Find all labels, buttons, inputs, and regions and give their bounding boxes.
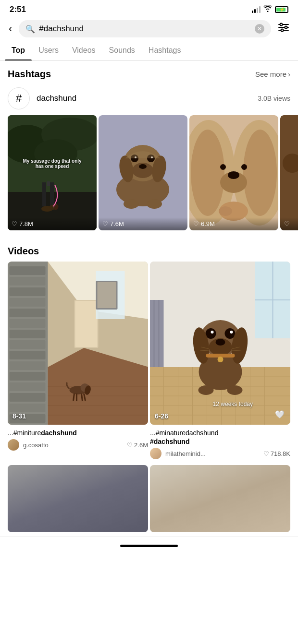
svg-point-116 (199, 385, 214, 395)
next-preview-row (0, 461, 298, 532)
tab-top[interactable]: Top (5, 40, 32, 60)
heart-icon: ♡ (127, 441, 133, 449)
hashtag-item[interactable]: # dachshund 3.0B views (0, 84, 298, 115)
svg-point-3 (285, 26, 287, 29)
video-likes-2: ♡ 718.8K (263, 450, 290, 457)
videos-grid: 8-31 ...#minituredachshund g.cosatto ♡ 2… (0, 262, 298, 461)
svg-point-5 (281, 29, 284, 32)
search-icon: 🔍 (25, 24, 35, 34)
signal-icon (252, 6, 261, 13)
status-bar: 2:51 ⚡ (0, 0, 298, 17)
next-thumb-2[interactable] (150, 465, 290, 532)
heart-icon: ♡ (284, 220, 290, 227)
svg-rect-58 (10, 382, 46, 391)
video-caption-overlay: 12 weeks today (187, 401, 253, 407)
back-button[interactable]: ‹ (7, 21, 14, 37)
wifi-icon (263, 5, 272, 14)
video-user-2: milatheminid... (165, 450, 260, 457)
svg-rect-56 (10, 361, 46, 370)
status-time: 2:51 (10, 5, 26, 14)
home-indicator (120, 545, 178, 547)
svg-rect-53 (10, 330, 46, 338)
status-icons: ⚡ (252, 5, 288, 14)
avatar-2 (150, 448, 161, 459)
thumbnail-4-partial[interactable]: ♡ (280, 115, 298, 230)
heart-icon: ♡ (12, 220, 17, 227)
videos-section-header: Videos (0, 238, 298, 262)
svg-rect-59 (10, 393, 46, 402)
video-meta-2: milatheminid... ♡ 718.8K (150, 448, 290, 459)
hashtags-section-header: Hashtags See more › (0, 61, 298, 84)
video-meta-1: g.cosatto ♡ 2.6M (8, 439, 148, 451)
thumb-overlay-1: ♡ 7.8M (8, 217, 97, 230)
svg-rect-43 (280, 115, 298, 230)
svg-point-36 (243, 130, 277, 216)
tab-users[interactable]: Users (32, 40, 65, 60)
video-info-1: ...#minituredachshund g.cosatto ♡ 2.6M (8, 425, 148, 453)
heart-icon: ♡ (263, 450, 269, 457)
video-heart-overlay: 🤍 (275, 410, 285, 419)
svg-point-40 (241, 164, 247, 170)
tab-hashtags[interactable]: Hashtags (142, 40, 188, 60)
svg-point-30 (124, 199, 139, 209)
video-thumb-1[interactable]: 8-31 (8, 262, 148, 425)
svg-rect-54 (10, 340, 46, 349)
video-likes-1: ♡ 2.6M (127, 441, 148, 449)
svg-point-31 (147, 199, 162, 209)
svg-point-117 (227, 385, 243, 395)
videos-section: Videos (0, 230, 298, 536)
svg-rect-60 (10, 404, 46, 412)
filter-button[interactable] (276, 21, 291, 37)
svg-line-77 (74, 394, 74, 401)
bottom-bar (0, 536, 298, 555)
svg-rect-83 (150, 300, 164, 367)
svg-point-35 (191, 130, 224, 216)
svg-point-39 (220, 164, 226, 170)
svg-point-38 (228, 171, 239, 179)
svg-point-23 (139, 164, 147, 169)
video-date-1: 8-31 (12, 412, 26, 420)
search-bar-row: ‹ 🔍 #dachshund ✕ (0, 17, 298, 40)
thumb-overlay-2: ♡ 7.6M (99, 217, 187, 230)
svg-rect-12 (50, 182, 54, 206)
tab-sounds[interactable]: Sounds (102, 40, 142, 60)
svg-rect-51 (10, 309, 46, 317)
heart-icon: ♡ (193, 220, 199, 227)
thumb-overlay-4: ♡ (280, 217, 298, 230)
battery-icon: ⚡ (275, 6, 288, 13)
svg-rect-70 (75, 301, 98, 347)
svg-rect-48 (10, 277, 46, 286)
svg-rect-52 (10, 319, 46, 328)
thumbnail-2[interactable]: ♡ 7.6M (99, 115, 187, 230)
hashtags-see-more-button[interactable]: See more › (255, 70, 290, 78)
avatar-1 (8, 439, 19, 451)
thumb-caption-1: My sausage dog that only has one speed (21, 158, 84, 169)
thumbnail-3[interactable]: ♡ 6.9M (189, 115, 278, 230)
search-query-text: #dachshund (39, 24, 251, 34)
heart-icon: ♡ (102, 220, 108, 227)
video-date-2: 6-26 (155, 412, 168, 420)
clear-search-button[interactable]: ✕ (255, 24, 264, 34)
video-card-1[interactable]: 8-31 ...#minituredachshund g.cosatto ♡ 2… (8, 262, 148, 461)
svg-rect-47 (10, 266, 46, 275)
tab-videos[interactable]: Videos (65, 40, 102, 60)
video-thumb-2[interactable]: 6-26 12 weeks today 🤍 (150, 262, 290, 425)
hashtag-name: dachshund (37, 94, 251, 103)
hashtag-icon: # (8, 87, 30, 109)
search-input-wrap[interactable]: 🔍 #dachshund ✕ (19, 20, 271, 37)
svg-point-42 (219, 206, 232, 216)
svg-point-107 (216, 339, 225, 346)
next-thumb-1[interactable] (8, 465, 148, 532)
svg-line-79 (82, 394, 83, 401)
svg-point-111 (230, 331, 233, 334)
video-info-2: ...#minaturedachshund #dachshund milathe… (150, 425, 290, 461)
svg-rect-17 (47, 181, 50, 186)
hashtag-thumbnails: My sausage dog that only has one speed ♡… (0, 115, 298, 230)
thumbnail-1[interactable]: My sausage dog that only has one speed ♡… (8, 115, 97, 230)
videos-title: Videos (8, 246, 39, 257)
video-title-1: ...#minituredachshund (8, 429, 148, 437)
video-card-2[interactable]: 6-26 12 weeks today 🤍 ...#minaturedachsh… (150, 262, 290, 461)
thumb-overlay-3: ♡ 6.9M (189, 217, 278, 230)
video-user-1: g.cosatto (23, 441, 123, 449)
svg-point-1 (280, 24, 283, 26)
